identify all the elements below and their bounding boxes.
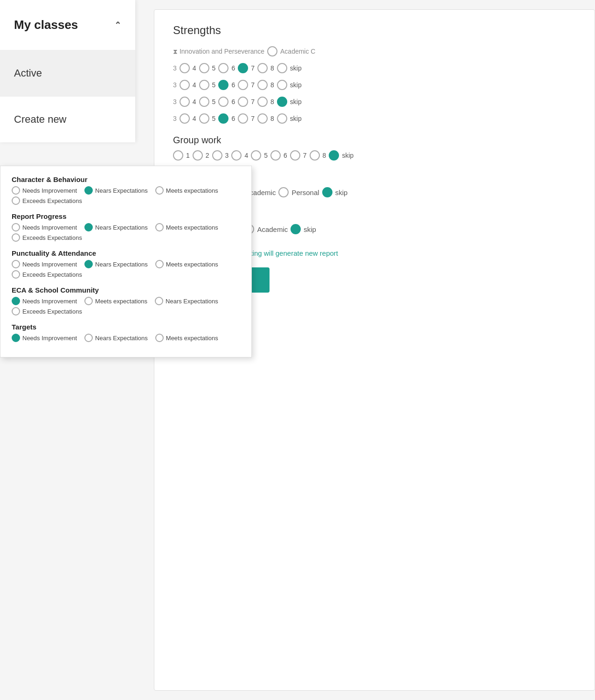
report-meets-expectations-radio[interactable]	[155, 223, 164, 231]
dot-5-1[interactable]	[199, 63, 209, 73]
report-nears-expectations[interactable]: Nears Expectations	[84, 223, 148, 231]
dot-skip-4[interactable]	[277, 113, 287, 124]
dot-5-3[interactable]	[199, 97, 209, 107]
targets-needs-improvement[interactable]: Needs Improvement	[12, 334, 77, 342]
char-meets-expectations[interactable]: Meets expectations	[155, 186, 218, 195]
dot-7-1[interactable]	[238, 63, 248, 73]
dot-1-gw[interactable]	[173, 150, 183, 161]
partial-3-2: 3	[173, 81, 177, 89]
dot-6-3[interactable]	[218, 97, 228, 107]
dot-5-2[interactable]	[199, 80, 209, 90]
char-meets-expectations-radio[interactable]	[155, 186, 164, 195]
group-work-title: Group work	[173, 135, 576, 146]
dot-skip-2[interactable]	[277, 80, 287, 90]
punct-exceeds-expectations-radio[interactable]	[12, 270, 20, 279]
eca-needs-improvement[interactable]: Needs Improvement	[12, 297, 77, 305]
dot-8-3[interactable]	[257, 97, 268, 107]
eca-exceeds-expectations-radio[interactable]	[12, 307, 20, 315]
dot-8-4[interactable]	[257, 113, 268, 124]
dot-6-4[interactable]	[218, 113, 228, 124]
dot-6-1[interactable]	[218, 63, 228, 73]
dropdown-section-eca: ECA & School Community Needs Improvement…	[12, 286, 240, 315]
punct-exceeds-expectations[interactable]: Exceeds Expectations	[12, 270, 82, 279]
eca-options-row1: Needs Improvement Meets expectations Nea…	[12, 297, 240, 305]
dot-6-2[interactable]	[218, 80, 228, 90]
sidebar: My classes ⌃ Active Create new	[0, 0, 135, 142]
dot-4-gw[interactable]	[231, 150, 242, 161]
partial-header: ⧗ Innovation and Perseverance	[173, 48, 264, 56]
dot-5-gw[interactable]	[251, 150, 261, 161]
dropdown-section-punctuality: Punctuality & Attendance Needs Improveme…	[12, 249, 240, 279]
eca-needs-improvement-radio[interactable]	[12, 297, 20, 305]
dot-7-3[interactable]	[238, 97, 248, 107]
char-nears-expectations-radio[interactable]	[84, 186, 93, 195]
report-options-row2: Exceeds Expectations	[12, 233, 240, 242]
char-needs-improvement-radio[interactable]	[12, 186, 20, 195]
punct-nears-expectations[interactable]: Nears Expectations	[84, 260, 148, 268]
targets-nears-expectations-radio[interactable]	[84, 334, 93, 342]
active-label: Active	[14, 67, 42, 79]
dot-skip-a[interactable]	[291, 224, 301, 234]
dot-8-2[interactable]	[257, 80, 268, 90]
header-dot-academic[interactable]	[267, 46, 277, 56]
dropdown-section-targets: Targets Needs Improvement Nears Expectat…	[12, 323, 240, 342]
report-needs-improvement-radio[interactable]	[12, 223, 20, 231]
character-options-row2: Exceeds Expectations	[12, 196, 240, 205]
report-exceeds-expectations[interactable]: Exceeds Expectations	[12, 233, 82, 242]
punct-needs-improvement-radio[interactable]	[12, 260, 20, 268]
dot-skip-gw[interactable]	[329, 150, 339, 161]
char-nears-expectations[interactable]: Nears Expectations	[84, 186, 148, 195]
eca-exceeds-expectations[interactable]: Exceeds Expectations	[12, 307, 82, 315]
targets-meets-expectations-radio[interactable]	[155, 334, 164, 342]
dot-4-4[interactable]	[180, 113, 190, 124]
report-exceeds-expectations-radio[interactable]	[12, 233, 20, 242]
dot-personal[interactable]	[278, 187, 289, 197]
dot-7-4[interactable]	[238, 113, 248, 124]
sidebar-my-classes[interactable]: My classes ⌃	[0, 0, 135, 50]
report-needs-improvement[interactable]: Needs Improvement	[12, 223, 77, 231]
dot-skip-1[interactable]	[277, 63, 287, 73]
dot-skip-w[interactable]	[322, 187, 332, 197]
dot-8-1[interactable]	[257, 63, 268, 73]
char-exceeds-expectations[interactable]: Exceeds Expectations	[12, 196, 82, 205]
eca-options-row2: Exceeds Expectations	[12, 307, 240, 315]
punct-meets-expectations-radio[interactable]	[155, 260, 164, 268]
my-classes-label: My classes	[14, 18, 78, 32]
targets-nears-expectations[interactable]: Nears Expectations	[84, 334, 148, 342]
partial-3-1: 3	[173, 64, 177, 72]
rating-row-2: 3 4 5 6 7 8 skip	[173, 80, 576, 90]
dropdown-section-character: Character & Behaviour Needs Improvement …	[12, 175, 240, 205]
sidebar-active[interactable]: Active	[0, 50, 135, 97]
dot-4-3[interactable]	[180, 97, 190, 107]
dot-skip-3[interactable]	[277, 97, 287, 107]
targets-needs-improvement-radio[interactable]	[12, 334, 20, 342]
targets-meets-expectations[interactable]: Meets expectations	[155, 334, 218, 342]
char-exceeds-expectations-radio[interactable]	[12, 196, 20, 205]
dot-3-gw[interactable]	[212, 150, 222, 161]
chevron-up-icon: ⌃	[114, 20, 121, 30]
targets-options-row1: Needs Improvement Nears Expectations Mee…	[12, 334, 240, 342]
eca-meets-expectations[interactable]: Meets expectations	[84, 297, 147, 305]
dot-6-gw[interactable]	[270, 150, 281, 161]
dot-2-gw[interactable]	[193, 150, 203, 161]
eca-nears-expectations-radio[interactable]	[155, 297, 163, 305]
report-meets-expectations[interactable]: Meets expectations	[155, 223, 218, 231]
dot-4-2[interactable]	[180, 80, 190, 90]
punct-needs-improvement[interactable]: Needs Improvement	[12, 260, 77, 268]
sidebar-create-new[interactable]: Create new	[0, 97, 135, 142]
dot-8-gw[interactable]	[310, 150, 320, 161]
eca-nears-expectations[interactable]: Nears Expectations	[155, 297, 218, 305]
punct-meets-expectations[interactable]: Meets expectations	[155, 260, 218, 268]
create-new-label: Create new	[14, 113, 67, 125]
eca-meets-expectations-radio[interactable]	[84, 297, 93, 305]
targets-title: Targets	[12, 323, 240, 331]
dot-5-4[interactable]	[199, 113, 209, 124]
rating-row-3: 3 4 5 6 7 8 skip	[173, 97, 576, 107]
report-nears-expectations-radio[interactable]	[84, 223, 93, 231]
dot-4-1[interactable]	[180, 63, 190, 73]
char-needs-improvement[interactable]: Needs Improvement	[12, 186, 77, 195]
dot-7-gw[interactable]	[290, 150, 300, 161]
dot-7-2[interactable]	[238, 80, 248, 90]
punct-nears-expectations-radio[interactable]	[84, 260, 93, 268]
punctuality-options-row2: Exceeds Expectations	[12, 270, 240, 279]
